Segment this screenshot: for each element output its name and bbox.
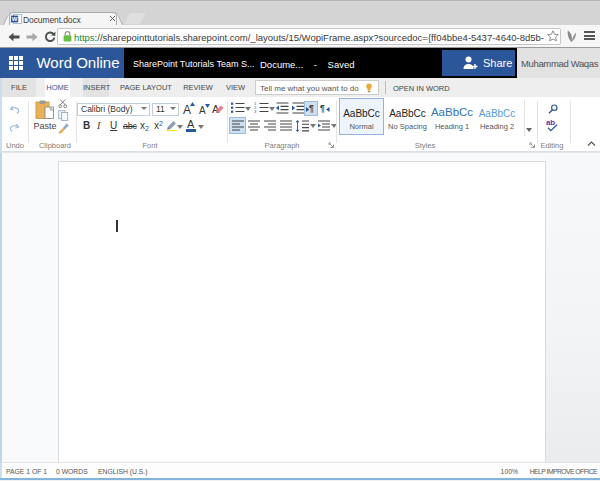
svg-text:W: W: [12, 16, 18, 22]
svg-text:3: 3: [254, 109, 257, 114]
